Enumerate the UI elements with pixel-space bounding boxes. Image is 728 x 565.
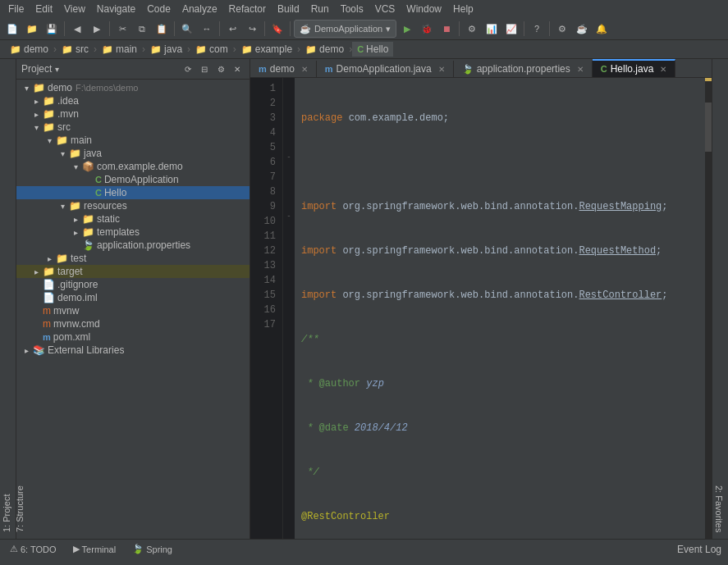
menu-tools[interactable]: Tools xyxy=(336,2,369,16)
search-btn[interactable]: 🔍 xyxy=(178,20,196,38)
menu-vcs[interactable]: VCS xyxy=(370,2,401,16)
scroll-bar[interactable] xyxy=(705,78,712,539)
tree-resources[interactable]: 📁 resources xyxy=(16,199,250,212)
tree-mvnw-cmd[interactable]: m mvnw.cmd xyxy=(16,317,250,330)
open-btn[interactable]: 📁 xyxy=(23,20,41,38)
menu-refactor[interactable]: Refactor xyxy=(224,2,271,16)
menu-file[interactable]: File xyxy=(3,2,29,16)
bread-example[interactable]: 📁 example xyxy=(236,42,297,57)
tree-src[interactable]: 📁 src xyxy=(16,121,250,134)
bread-demopkg[interactable]: 📁 demo xyxy=(300,42,349,57)
tree-mvnw[interactable]: m mvnw xyxy=(16,304,250,317)
help-btn[interactable]: ? xyxy=(528,20,546,38)
profile-btn[interactable]: 📈 xyxy=(502,20,520,38)
new-file-btn[interactable]: 📄 xyxy=(3,20,21,38)
mvn-arrow xyxy=(30,110,43,119)
menu-build[interactable]: Build xyxy=(272,2,304,16)
tree-gitignore[interactable]: 📄 .gitignore xyxy=(16,278,250,291)
target-arrow xyxy=(30,267,43,276)
bookmark-btn[interactable]: 🔖 xyxy=(268,20,286,38)
menu-window[interactable]: Window xyxy=(401,2,446,16)
sep2 xyxy=(109,21,110,36)
debug-btn[interactable]: 🐞 xyxy=(418,20,436,38)
tab-hello[interactable]: C Hello.java ✕ xyxy=(593,59,676,77)
coverage-btn[interactable]: 📊 xyxy=(483,20,501,38)
sep6 xyxy=(290,21,291,36)
paste-btn[interactable]: 📋 xyxy=(153,20,171,38)
warning-indicator xyxy=(705,78,712,81)
back-btn[interactable]: ◀ xyxy=(68,20,86,38)
bread-hello[interactable]: C Hello xyxy=(352,42,393,57)
tree-static[interactable]: 📁 static xyxy=(16,212,250,226)
bottom-left: ⚠ 6: TODO ▶ Terminal 🍃 Spring xyxy=(7,543,176,555)
code-editor[interactable]: package com.example.demo; import org.spr… xyxy=(295,78,705,539)
todo-btn[interactable]: ⚠ 6: TODO xyxy=(7,543,60,555)
copy-btn[interactable]: ⧉ xyxy=(133,20,151,38)
tree-app-props[interactable]: 🍃 application.properties xyxy=(16,239,250,252)
tab-hello-close[interactable]: ✕ xyxy=(660,65,666,74)
settings-btn[interactable]: ⚙ xyxy=(553,20,571,38)
tab-demo-app-close[interactable]: ✕ xyxy=(438,65,445,74)
bread-src[interactable]: 📁 src xyxy=(57,42,94,57)
run-btn[interactable]: ▶ xyxy=(398,20,416,38)
tab-demo-app[interactable]: m DemoApplication.java ✕ xyxy=(317,61,454,77)
tab-demo-close[interactable]: ✕ xyxy=(301,65,308,74)
tree-idea[interactable]: 📁 .idea xyxy=(16,94,250,107)
menu-edit[interactable]: Edit xyxy=(30,2,57,16)
menu-view[interactable]: View xyxy=(59,2,90,16)
tree-ext-libs[interactable]: 📚 External Libraries xyxy=(16,344,250,357)
run-config-dropdown[interactable]: ☕ DemoApplication ▾ xyxy=(294,20,396,38)
bread-main[interactable]: 📁 main xyxy=(97,42,142,57)
cut-btn[interactable]: ✂ xyxy=(113,20,131,38)
tree-test[interactable]: 📁 test xyxy=(16,252,250,265)
notification-btn[interactable]: 🔔 xyxy=(593,20,611,38)
tree-demo-iml[interactable]: 📄 demo.iml xyxy=(16,291,250,304)
vtab-structure[interactable]: 7: Structure xyxy=(13,75,26,539)
panel-dropdown-icon[interactable]: ▾ xyxy=(55,65,59,74)
stop-btn[interactable]: ⏹ xyxy=(437,20,456,38)
menu-help[interactable]: Help xyxy=(448,2,478,16)
undo-btn[interactable]: ↩ xyxy=(223,20,241,38)
tree-target[interactable]: 📁 target xyxy=(16,265,250,278)
bread-demo[interactable]: 📁 demo xyxy=(5,42,53,57)
tab-demo-icon: m xyxy=(259,64,267,74)
tree-demo-app[interactable]: C DemoApplication xyxy=(16,173,250,186)
hello-class-icon: C xyxy=(357,44,364,54)
collapse-all-btn[interactable]: ⊟ xyxy=(197,62,212,76)
src-folder-icon: 📁 xyxy=(43,121,55,133)
event-log-btn[interactable]: Event Log xyxy=(677,544,721,555)
line-num-13: 13 xyxy=(250,258,276,273)
forward-btn[interactable]: ▶ xyxy=(88,20,106,38)
menu-code[interactable]: Code xyxy=(142,2,176,16)
tab-app-props[interactable]: 🍃 application.properties ✕ xyxy=(454,61,593,77)
demo-iml-label: demo.iml xyxy=(57,292,98,303)
bread-java[interactable]: 📁 java xyxy=(145,42,187,57)
tree-main[interactable]: 📁 main xyxy=(16,134,250,147)
tree-pom[interactable]: m pom.xml xyxy=(16,330,250,344)
tree-templates[interactable]: 📁 templates xyxy=(16,226,250,239)
vtab-favorites[interactable]: 2: Favorites xyxy=(712,479,728,539)
bread-com[interactable]: 📁 com xyxy=(190,42,233,57)
tab-app-props-close[interactable]: ✕ xyxy=(577,65,584,74)
sdk-btn[interactable]: ☕ xyxy=(573,20,591,38)
gradle-btn[interactable]: ⚙ xyxy=(463,20,481,38)
vtab-project[interactable]: 1: Project xyxy=(0,59,13,539)
tab-demo[interactable]: m demo ✕ xyxy=(250,61,317,77)
settings-panel-btn[interactable]: ⚙ xyxy=(213,62,228,76)
menu-analyze[interactable]: Analyze xyxy=(177,2,222,16)
sync-btn[interactable]: ⟳ xyxy=(181,62,195,76)
menu-run[interactable]: Run xyxy=(306,2,334,16)
replace-btn[interactable]: ↔ xyxy=(198,20,216,38)
terminal-btn[interactable]: ▶ Terminal xyxy=(70,543,120,555)
tree-com-example[interactable]: 📦 com.example.demo xyxy=(16,160,250,173)
scroll-thumb[interactable] xyxy=(705,103,712,152)
redo-btn[interactable]: ↪ xyxy=(243,20,261,38)
tree-hello[interactable]: C Hello xyxy=(16,186,250,199)
spring-btn[interactable]: 🍃 Spring xyxy=(129,543,176,555)
tree-java-folder[interactable]: 📁 java xyxy=(16,147,250,160)
tree-mvn[interactable]: 📁 .mvn xyxy=(16,107,250,121)
save-btn[interactable]: 💾 xyxy=(43,20,61,38)
menu-navigate[interactable]: Navigate xyxy=(92,2,140,16)
tree-root[interactable]: 📁 demo F:\demos\demo xyxy=(16,81,250,94)
close-panel-btn[interactable]: ✕ xyxy=(230,62,245,76)
